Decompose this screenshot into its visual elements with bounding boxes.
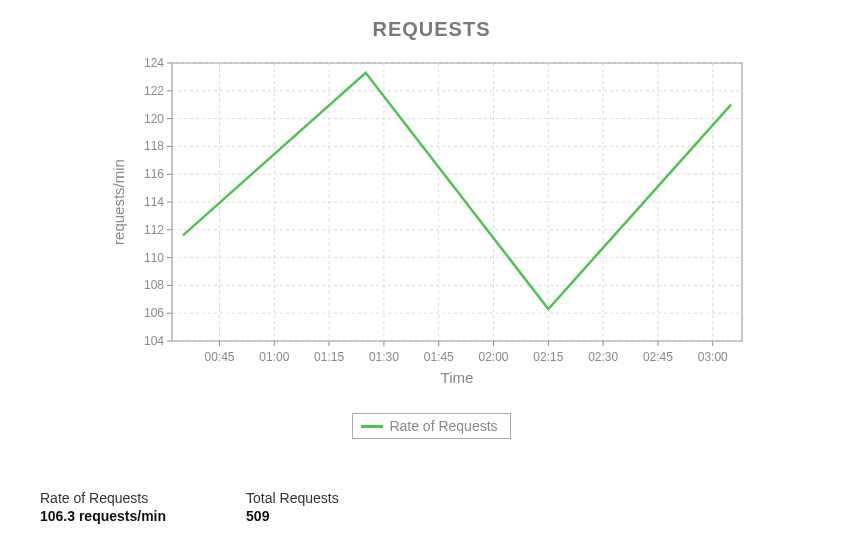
stat-total-value: 509 [246,508,339,524]
stat-total-label: Total Requests [246,490,339,506]
chart-title: REQUESTS [0,0,863,41]
stat-rate-value: 106.3 requests/min [40,508,166,524]
svg-text:02:00: 02:00 [478,350,508,364]
legend-label: Rate of Requests [389,418,497,434]
svg-text:116: 116 [143,167,163,181]
legend-swatch [361,425,383,428]
svg-text:requests/min: requests/min [110,159,127,245]
svg-text:120: 120 [143,112,163,126]
svg-text:118: 118 [143,139,163,153]
stat-total: Total Requests 509 [246,490,339,524]
svg-text:110: 110 [143,251,163,265]
svg-text:01:00: 01:00 [259,350,289,364]
svg-text:106: 106 [143,306,163,320]
legend: Rate of Requests [352,413,510,439]
svg-text:Time: Time [440,369,473,386]
stat-rate: Rate of Requests 106.3 requests/min [40,490,166,524]
svg-text:02:30: 02:30 [588,350,618,364]
svg-text:108: 108 [143,278,163,292]
svg-text:01:30: 01:30 [368,350,398,364]
svg-text:01:15: 01:15 [314,350,344,364]
svg-text:112: 112 [143,223,163,237]
svg-text:03:00: 03:00 [697,350,727,364]
svg-text:124: 124 [143,56,163,70]
svg-text:114: 114 [143,195,163,209]
svg-text:02:45: 02:45 [642,350,672,364]
summary-stats: Rate of Requests 106.3 requests/min Tota… [40,490,339,524]
svg-text:122: 122 [143,84,163,98]
svg-text:104: 104 [143,334,163,348]
svg-text:02:15: 02:15 [533,350,563,364]
svg-text:00:45: 00:45 [204,350,234,364]
chart-svg: 10410610811011211411611812012212400:4501… [102,51,762,401]
svg-text:01:45: 01:45 [423,350,453,364]
chart-area: 10410610811011211411611812012212400:4501… [102,51,762,405]
stat-rate-label: Rate of Requests [40,490,166,506]
